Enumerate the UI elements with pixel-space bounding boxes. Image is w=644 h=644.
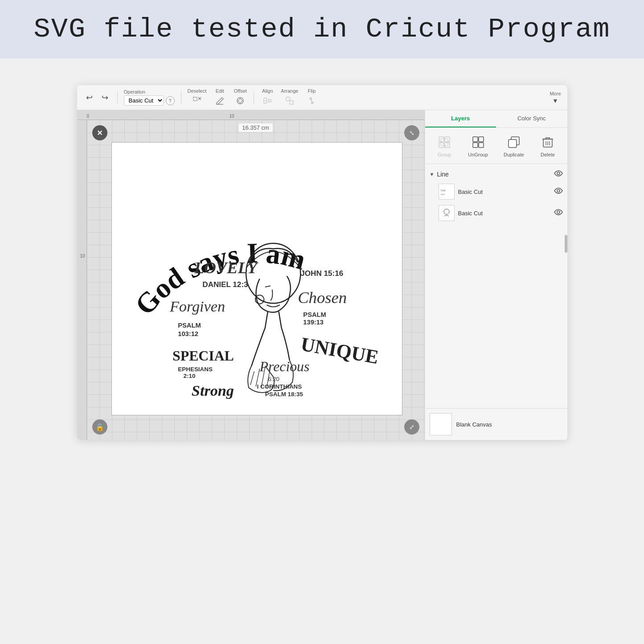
- ungroup-action[interactable]: UnGroup: [464, 132, 492, 159]
- offset-group: Offset: [233, 88, 247, 107]
- tab-layers[interactable]: Layers: [425, 110, 496, 127]
- svg-text:PSALM 18:35: PSALM 18:35: [265, 391, 303, 398]
- svg-text:JOHN 15:16: JOHN 15:16: [300, 269, 343, 278]
- flip-button[interactable]: [304, 94, 319, 107]
- edit-group: Edit: [213, 88, 227, 107]
- toolbar-separator-3: [254, 91, 254, 104]
- ruler-mark-v-10: 10: [80, 254, 85, 258]
- align-group: Align: [260, 88, 275, 107]
- svg-rect-41: [441, 139, 448, 146]
- undo-redo-group: ↩ ↪: [83, 91, 111, 104]
- help-button[interactable]: ?: [166, 96, 175, 105]
- offset-label: Offset: [234, 88, 247, 94]
- svg-text:LOVELY: LOVELY: [193, 258, 258, 277]
- offset-button[interactable]: [233, 94, 247, 107]
- expand-icon: ⤢: [409, 423, 414, 431]
- svg-text:6:20: 6:20: [267, 376, 279, 382]
- deselect-label: Deselect: [188, 88, 207, 94]
- deselect-button[interactable]: [190, 94, 204, 107]
- layer-item-1-visibility-icon[interactable]: [554, 188, 563, 196]
- svg-line-13: [265, 286, 270, 287]
- layer-group-header[interactable]: ▼ Line: [425, 168, 567, 181]
- group-action[interactable]: Group: [433, 132, 456, 159]
- svg-point-56: [557, 189, 560, 192]
- canvas-expand-top-button[interactable]: ⤡: [404, 125, 419, 140]
- operation-row: Basic Cut Draw Score Engrave ?: [124, 95, 175, 106]
- more-chevron-icon: ▼: [552, 97, 558, 104]
- main-content: 0 10 10 ✕ 16.357 cm: [77, 110, 567, 440]
- canvas-expand-button[interactable]: ⤢: [404, 419, 419, 435]
- toolbar-separator-2: [181, 91, 181, 104]
- svg-text:Forgiven: Forgiven: [169, 298, 225, 315]
- svg-rect-45: [479, 143, 484, 148]
- panel-scrollbar[interactable]: [565, 235, 567, 253]
- duplicate-action[interactable]: Duplicate: [500, 132, 528, 159]
- svg-rect-42: [473, 137, 478, 142]
- flip-label: Flip: [308, 88, 316, 94]
- canvas-area: 0 10 10 ✕ 16.357 cm: [77, 110, 425, 440]
- layer-group-line: ▼ Line God: [425, 168, 567, 224]
- align-label: Align: [262, 88, 273, 94]
- right-panel: Layers Color Sync Group: [425, 110, 567, 440]
- canvas-body: 10 ✕ 16.357 cm ⤡: [77, 120, 425, 440]
- canvas-close-button[interactable]: ✕: [92, 125, 107, 140]
- arrange-button[interactable]: [283, 94, 297, 107]
- lock-icon: 🔒: [95, 423, 104, 431]
- banner: SVG file tested in Cricut Program: [0, 0, 644, 58]
- svg-point-58: [557, 211, 560, 213]
- deselect-group: Deselect: [188, 88, 207, 107]
- delete-label: Delete: [541, 152, 555, 157]
- blank-canvas-thumbnail: [430, 413, 452, 435]
- align-button[interactable]: [260, 94, 275, 107]
- duplicate-icon: [506, 134, 522, 150]
- ruler-mark-10: 10: [230, 114, 261, 119]
- layer-item-2[interactable]: Basic Cut: [425, 202, 567, 224]
- layer-group-visibility-icon[interactable]: [554, 170, 563, 178]
- svg-rect-40: [445, 143, 450, 148]
- svg-text:PSALM: PSALM: [303, 311, 326, 318]
- redo-button[interactable]: ↪: [99, 91, 111, 104]
- layers-section: ▼ Line God: [425, 164, 567, 408]
- ungroup-label: UnGroup: [468, 152, 488, 157]
- operation-group: Operation Basic Cut Draw Score Engrave ?: [124, 89, 175, 106]
- edit-button[interactable]: [213, 94, 227, 107]
- svg-text:SPECIAL: SPECIAL: [172, 348, 234, 364]
- svg-text:2:10: 2:10: [183, 373, 195, 379]
- panel-tabs: Layers Color Sync: [425, 110, 567, 128]
- svg-rect-43: [479, 137, 484, 142]
- canvas-lock-button[interactable]: 🔒: [92, 419, 107, 435]
- undo-button[interactable]: ↩: [83, 91, 95, 104]
- panel-actions: Group UnGroup: [425, 128, 567, 164]
- svg-text:139:13: 139:13: [303, 319, 324, 326]
- group-icon: [436, 134, 452, 150]
- tab-color-sync[interactable]: Color Sync: [496, 110, 567, 127]
- more-button[interactable]: More ▼: [550, 91, 561, 104]
- blank-canvas-label: Blank Canvas: [456, 421, 492, 428]
- canvas-workspace[interactable]: ✕ 16.357 cm ⤡: [87, 120, 425, 440]
- svg-text:PSALM: PSALM: [178, 322, 201, 329]
- operation-select[interactable]: Basic Cut Draw Score Engrave: [124, 95, 164, 106]
- layer-item-1[interactable]: God says Basic Cut: [425, 181, 567, 202]
- svg-text:103:12: 103:12: [178, 330, 198, 337]
- ungroup-icon: [470, 134, 486, 150]
- svg-text:EPHESIANS: EPHESIANS: [178, 366, 213, 373]
- svg-rect-37: [439, 137, 444, 142]
- svg-text:DANIEL 12:3: DANIEL 12:3: [202, 280, 248, 289]
- design-frame: God says I am: [111, 142, 402, 415]
- svg-line-15: [250, 371, 254, 385]
- ruler-marks-top: 0 10: [87, 114, 261, 119]
- duplicate-label: Duplicate: [504, 152, 524, 157]
- layer-item-1-name: Basic Cut: [458, 189, 550, 195]
- close-icon: ✕: [97, 129, 103, 137]
- svg-rect-10: [290, 101, 293, 104]
- app-container: ↩ ↪ Operation Basic Cut Draw Score Engra…: [77, 85, 567, 440]
- svg-text:Chosen: Chosen: [298, 288, 347, 307]
- layer-item-2-visibility-icon[interactable]: [554, 209, 563, 217]
- svg-text:Strong: Strong: [191, 382, 234, 399]
- arrange-group: Arrange: [281, 88, 298, 107]
- delete-action[interactable]: Delete: [536, 132, 559, 159]
- svg-rect-9: [286, 97, 290, 101]
- svg-rect-47: [509, 139, 517, 148]
- svg-point-5: [238, 99, 242, 103]
- svg-text:Precious: Precious: [259, 359, 309, 374]
